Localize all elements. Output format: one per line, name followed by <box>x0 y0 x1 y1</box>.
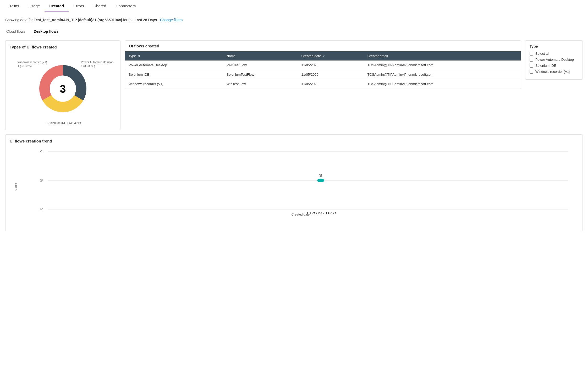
filter-prefix: Showing data for <box>5 18 33 22</box>
cell-type: Selenium IDE <box>125 70 223 79</box>
data-point-label: 3 <box>319 173 323 177</box>
sub-tabs: Cloud flows Desktop flows <box>0 25 588 36</box>
table-card: UI flows created Type ⇅ Name Created dat… <box>125 40 521 89</box>
filter-period: Last 28 Days <box>135 18 157 22</box>
sort-icon-date: ∨ <box>323 55 325 58</box>
filter-option-pad[interactable]: Power Automate Desktop <box>530 58 578 62</box>
data-point-circle <box>317 179 324 182</box>
filter-option-select-all[interactable]: Select all <box>530 52 578 56</box>
donut-center-value: 3 <box>60 83 66 95</box>
cell-type: Power Automate Desktop <box>125 61 223 70</box>
cell-date: 11/05/2020 <box>298 61 364 70</box>
table-row: Windows recorder (V1) WinTestFlow 11/05/… <box>125 79 521 89</box>
y-axis-label: Count <box>14 183 17 190</box>
y-label-3: 3 <box>39 178 43 182</box>
table-header-row: Type ⇅ Name Created date ∨ Creator email <box>125 51 521 61</box>
y-label-2: 2 <box>39 207 43 211</box>
cell-email: TCSAdmin@TIPAdminAPI.onmicrosoft.com <box>364 61 521 70</box>
tab-connectors[interactable]: Connectors <box>111 0 140 12</box>
cell-type: Windows recorder (V1) <box>125 79 223 89</box>
filter-bar: Showing data for Test_test_AdminAPI_TIP … <box>0 12 588 25</box>
label-pad: Power Automate Desktop <box>535 58 574 62</box>
col-created-date[interactable]: Created date ∨ <box>298 51 364 61</box>
label-selenium: Selenium IDE <box>535 64 556 68</box>
filter-for-text: for the <box>123 18 135 22</box>
filter-env-name: Test_test_AdminAPI_TIP (default)31 (org5… <box>34 18 122 22</box>
label-select-all: Select all <box>535 52 549 56</box>
trend-card: UI flows creation trend Count 4 3 2 <box>5 134 583 231</box>
tab-created[interactable]: Created <box>45 0 69 12</box>
cell-name: WinTestFlow <box>223 79 298 89</box>
cell-date: 11/05/2020 <box>298 79 364 89</box>
checkbox-windows[interactable] <box>530 70 533 74</box>
cell-name: PADTestFlow <box>223 61 298 70</box>
col-type[interactable]: Type ⇅ <box>125 51 223 61</box>
filter-option-selenium[interactable]: Selenium IDE <box>530 64 578 68</box>
table-row: Power Automate Desktop PADTestFlow 11/05… <box>125 61 521 70</box>
label-windows: Windows recorder (V1) <box>535 70 570 74</box>
tab-runs[interactable]: Runs <box>5 0 24 12</box>
checkbox-select-all[interactable] <box>530 52 533 56</box>
sub-tab-desktop[interactable]: Desktop flows <box>32 27 59 36</box>
x-label-date: 11/06/2020 <box>306 211 336 215</box>
cell-name: SeleniumTestFlow <box>223 70 298 79</box>
table-body: Power Automate Desktop PADTestFlow 11/05… <box>125 61 521 89</box>
checkbox-pad[interactable] <box>530 58 533 62</box>
trend-chart-title: UI flows creation trend <box>10 139 578 143</box>
y-label-4: 4 <box>39 150 43 153</box>
tab-usage[interactable]: Usage <box>24 0 45 12</box>
checkbox-selenium[interactable] <box>530 64 533 68</box>
col-creator-email: Creator email <box>364 51 521 61</box>
cell-email: TCSAdmin@TIPAdminAPI.onmicrosoft.com <box>364 79 521 89</box>
filter-suffix: . <box>158 18 160 22</box>
cell-date: 11/05/2020 <box>298 70 364 79</box>
filter-panel: Type Select all Power Automate Desktop S… <box>525 40 583 80</box>
nav-tabs: Runs Usage Created Errors Shared Connect… <box>0 0 588 12</box>
sub-tab-cloud[interactable]: Cloud flows <box>5 27 26 36</box>
cell-email: TCSAdmin@TIPAdminAPI.onmicrosoft.com <box>364 70 521 79</box>
tab-errors[interactable]: Errors <box>69 0 89 12</box>
col-name: Name <box>223 51 298 61</box>
donut-svg: 3 <box>37 63 89 115</box>
filter-option-windows[interactable]: Windows recorder (V1) <box>530 70 578 74</box>
main-content: Types of UI flows created Windows record… <box>0 36 588 235</box>
table-card-title: UI flows created <box>125 41 521 51</box>
filter-panel-title: Type <box>530 44 578 48</box>
donut-chart-card: Types of UI flows created Windows record… <box>5 40 120 130</box>
top-row: Types of UI flows created Windows record… <box>5 40 583 130</box>
tab-shared[interactable]: Shared <box>89 0 111 12</box>
donut-label-selenium: — Selenium IDE 1 (33.33%) <box>45 121 81 124</box>
data-table: Type ⇅ Name Created date ∨ Creator email <box>125 51 521 89</box>
change-filters-link[interactable]: Change filters <box>160 18 183 22</box>
trend-svg: 4 3 2 3 11/06/2020 <box>23 146 578 215</box>
sort-icon-type: ⇅ <box>138 55 140 58</box>
donut-chart-title: Types of UI flows created <box>10 45 116 49</box>
table-row: Selenium IDE SeleniumTestFlow 11/05/2020… <box>125 70 521 79</box>
